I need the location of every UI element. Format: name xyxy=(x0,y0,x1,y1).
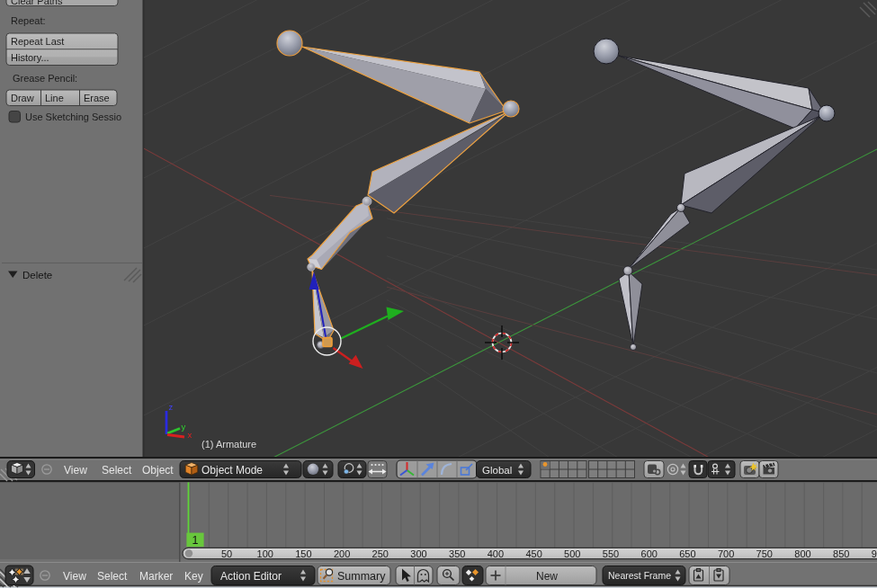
svg-text:800: 800 xyxy=(794,548,810,559)
svg-text:Global: Global xyxy=(482,465,512,476)
svg-text:Object Mode: Object Mode xyxy=(201,464,263,477)
svg-text:History...: History... xyxy=(11,52,49,63)
svg-text:350: 350 xyxy=(449,548,465,559)
svg-text:Repeat Last: Repeat Last xyxy=(11,36,64,47)
svg-text:View: View xyxy=(63,570,86,583)
svg-text:500: 500 xyxy=(564,548,580,559)
svg-text:Draw: Draw xyxy=(11,93,34,103)
svg-text:900: 900 xyxy=(872,548,877,559)
svg-text:(1) Armature: (1) Armature xyxy=(201,439,256,450)
svg-text:300: 300 xyxy=(410,548,426,559)
svg-text:450: 450 xyxy=(525,548,541,559)
svg-text:Line: Line xyxy=(45,93,64,103)
svg-text:View: View xyxy=(64,464,87,477)
svg-text:400: 400 xyxy=(488,548,504,559)
svg-text:200: 200 xyxy=(334,548,350,559)
svg-text:150: 150 xyxy=(295,548,311,559)
svg-text:Erase: Erase xyxy=(84,93,110,103)
svg-text:750: 750 xyxy=(756,548,773,559)
svg-text:Summary: Summary xyxy=(337,570,386,583)
svg-text:Delete: Delete xyxy=(22,270,52,281)
svg-text:850: 850 xyxy=(833,548,849,559)
svg-text:Select: Select xyxy=(97,570,128,583)
svg-text:1: 1 xyxy=(192,534,199,547)
svg-text:Clear Paths: Clear Paths xyxy=(11,0,63,6)
svg-text:y: y xyxy=(182,422,186,432)
svg-text:Repeat:: Repeat: xyxy=(11,15,46,26)
svg-text:50: 50 xyxy=(221,548,232,559)
svg-text:100: 100 xyxy=(257,548,273,559)
svg-text:Object: Object xyxy=(142,464,174,477)
svg-text:New: New xyxy=(536,570,558,583)
svg-text:Nearest Frame: Nearest Frame xyxy=(608,570,671,581)
svg-text:650: 650 xyxy=(679,548,695,559)
svg-text:z: z xyxy=(169,402,174,412)
svg-text:Select: Select xyxy=(102,464,132,477)
svg-text:Key: Key xyxy=(184,570,203,583)
svg-text:700: 700 xyxy=(718,548,734,559)
svg-text:Marker: Marker xyxy=(139,570,173,583)
svg-text:550: 550 xyxy=(603,548,619,559)
svg-text:600: 600 xyxy=(641,548,658,559)
svg-text:Use Sketching Sessio: Use Sketching Sessio xyxy=(25,111,121,122)
svg-text:Grease Pencil:: Grease Pencil: xyxy=(13,73,77,84)
svg-text:x: x xyxy=(188,430,192,440)
svg-text:250: 250 xyxy=(372,548,389,559)
svg-text:Action Editor: Action Editor xyxy=(220,570,282,583)
